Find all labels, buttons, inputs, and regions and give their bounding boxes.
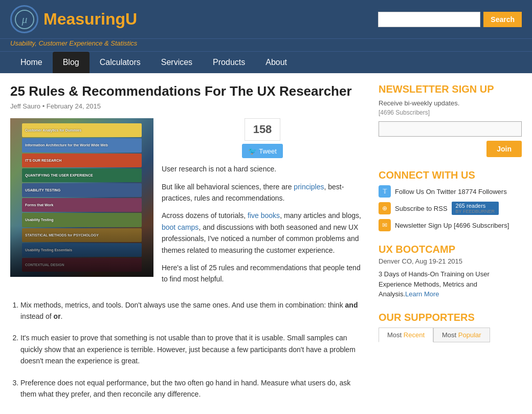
- rule-1-bold1: and: [345, 301, 358, 309]
- bootcamp-heading: UX BOOTCAMP: [379, 244, 522, 255]
- newsletter-heading: NEWSLETTER SIGN UP: [379, 83, 522, 95]
- tweet-label: Tweet: [259, 147, 277, 155]
- bootcamp-learn-more-link[interactable]: Learn More: [405, 290, 439, 298]
- article-meta: Jeff Sauro • February 24, 2015: [10, 102, 363, 110]
- join-button[interactable]: Join: [486, 141, 522, 157]
- rule-1-post: .: [61, 312, 63, 320]
- rule-1-mid: instead of: [20, 312, 54, 320]
- article-image-section: Customer Analytics for DummiesInformatio…: [10, 118, 363, 291]
- twitter-connect-item: 𝕋 Follow Us On Twitter 18774 Followers: [379, 185, 522, 198]
- logo-highlight-text: U: [125, 10, 137, 28]
- supporters-tabs: Most Recent Most Popular: [379, 328, 522, 342]
- bootcamp-date: Denver CO, Aug 19-21 2015: [379, 257, 522, 265]
- article-rules: Mix methods, metrics, and tools. Don't a…: [10, 299, 363, 400]
- email-connect-item: ✉ Newsletter Sign Up [4696 Subscribers]: [379, 219, 522, 231]
- logo-area: μ MeasuringU: [10, 5, 137, 33]
- rss-connect-item: ⊕ Subscribe to RSS 265 readers BY FEEDBU…: [379, 202, 522, 215]
- supporters-section: OUR SUPPORTERS Most Recent Most Popular: [379, 312, 522, 342]
- logo-text: MeasuringU: [43, 10, 137, 29]
- intro-para-4: Here's a list of 25 rules and recommenda…: [162, 262, 363, 285]
- recent-tab-highlight: Recent: [404, 331, 425, 339]
- search-input[interactable]: [378, 12, 480, 27]
- sidebar: NEWSLETTER SIGN UP Receive bi-weekly upd…: [379, 83, 522, 410]
- nav-services[interactable]: Services: [151, 52, 203, 73]
- nav-home[interactable]: Home: [10, 52, 53, 73]
- rule-3: Preference does not equal performance, b…: [20, 377, 363, 400]
- article-intro: User research is not a hard science. But…: [162, 163, 363, 285]
- tweet-box: 158 🐦 Tweet: [162, 118, 363, 158]
- main-container: 25 Rules & Recommendations For The UX Re…: [0, 73, 532, 414]
- logo-icon: μ: [10, 5, 38, 33]
- feedburner-badge: 265 readers BY FEEDBURNER: [452, 202, 499, 215]
- logo-main-text: Measuring: [43, 10, 125, 28]
- email-signup-text: Newsletter Sign Up [4696 Subscribers]: [395, 222, 509, 229]
- supporters-heading: OUR SUPPORTERS: [379, 312, 522, 323]
- five-books-link[interactable]: five books: [248, 211, 280, 220]
- newsletter-heading-main: NEWSLETTER: [379, 83, 449, 95]
- intro-para-3: Across dozens of tutorials, five books, …: [162, 210, 363, 256]
- most-popular-tab[interactable]: Most Popular: [433, 328, 490, 342]
- tweet-count: 158: [245, 118, 281, 141]
- connect-heading-main: CONNECT: [379, 169, 429, 181]
- bootcamp-heading-highlight: BOOTCAMP: [395, 244, 455, 255]
- newsletter-email-input[interactable]: [379, 121, 522, 137]
- bootcamp-heading-main: UX: [379, 244, 393, 255]
- rss-icon: ⊕: [379, 202, 391, 214]
- search-area: Search: [378, 12, 522, 27]
- twitter-follow-text: Follow Us On Twitter 18774 Followers: [395, 188, 507, 195]
- newsletter-heading-highlight: SIGN UP: [452, 83, 494, 95]
- rule-2: It's much easier to prove that something…: [20, 332, 363, 366]
- join-button-area: Join: [379, 141, 522, 157]
- tagline-bar: Usability, Customer Experience & Statist…: [0, 38, 532, 51]
- newsletter-section: NEWSLETTER SIGN UP Receive bi-weekly upd…: [379, 83, 522, 157]
- intro-3-mid: , many articles and blogs,: [280, 211, 361, 220]
- intro-3-pre: Across dozens of tutorials,: [162, 211, 248, 220]
- header: μ MeasuringU Search: [0, 0, 532, 38]
- popular-tab-highlight: Popular: [458, 331, 481, 339]
- intro-2-pre: But like all behavioral sciences, there …: [162, 183, 294, 191]
- intro-para-1: User research is not a hard science.: [162, 163, 363, 175]
- popular-tab-pre: Most: [442, 331, 458, 339]
- twitter-icon: 𝕋: [379, 185, 391, 198]
- article-image: Customer Analytics for DummiesInformatio…: [10, 118, 153, 277]
- connect-heading-highlight: WITH US: [432, 169, 475, 181]
- email-icon: ✉: [379, 219, 391, 231]
- tagline: Usability, Customer Experience & Statist…: [10, 39, 137, 47]
- twitter-bird-icon: 🐦: [248, 147, 257, 155]
- tweet-button[interactable]: 🐦 Tweet: [242, 144, 283, 158]
- intro-para-2: But like all behavioral sciences, there …: [162, 181, 363, 204]
- nav-blog[interactable]: Blog: [53, 52, 90, 73]
- svg-text:μ: μ: [21, 13, 27, 26]
- supporters-heading-highlight: SUPPORTERS: [404, 312, 475, 323]
- boot-camps-link[interactable]: boot camps: [162, 223, 198, 231]
- most-recent-tab[interactable]: Most Recent: [379, 328, 433, 342]
- search-button[interactable]: Search: [483, 12, 522, 27]
- rule-1-pre: Mix methods, metrics, and tools. Don't a…: [20, 301, 345, 309]
- connect-section: CONNECT WITH US 𝕋 Follow Us On Twitter 1…: [379, 169, 522, 231]
- recent-tab-pre: Most: [387, 331, 404, 339]
- newsletter-subtext: Receive bi-weekly updates.: [379, 99, 522, 107]
- rss-text: Subscribe to RSS: [395, 205, 448, 212]
- content: 25 Rules & Recommendations For The UX Re…: [10, 83, 363, 410]
- article-title: 25 Rules & Recommendations For The UX Re…: [10, 83, 363, 99]
- nav: Home Blog Calculators Services Products …: [0, 51, 532, 73]
- rule-1: Mix methods, metrics, and tools. Don't a…: [20, 299, 363, 322]
- connect-heading: CONNECT WITH US: [379, 169, 522, 181]
- feedburner-sub: BY FEEDBURNER: [456, 209, 495, 214]
- bootcamp-section: UX BOOTCAMP Denver CO, Aug 19-21 2015 3 …: [379, 244, 522, 299]
- bootcamp-desc: 3 Days of Hands-On Training on User Expe…: [379, 269, 522, 299]
- nav-about[interactable]: About: [255, 52, 297, 73]
- nav-calculators[interactable]: Calculators: [90, 52, 151, 73]
- nav-products[interactable]: Products: [203, 52, 255, 73]
- book-stack: Customer Analytics for DummiesInformatio…: [10, 118, 153, 277]
- supporters-heading-main: OUR: [379, 312, 401, 323]
- feedburner-count: 265 readers: [456, 203, 486, 209]
- principles-link[interactable]: principles: [294, 183, 324, 191]
- newsletter-subscribers: [4696 Subscribers]: [379, 109, 522, 116]
- rule-1-bold2: or: [54, 312, 61, 320]
